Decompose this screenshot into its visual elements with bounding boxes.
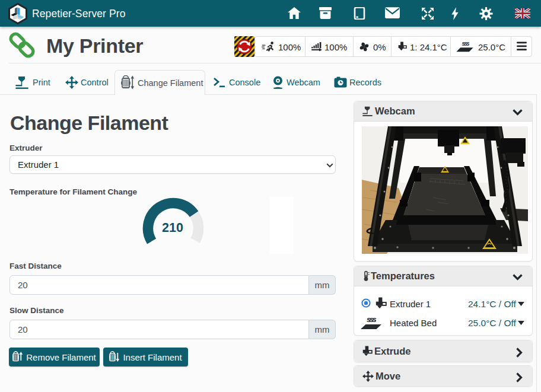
- svg-text:sss: sss: [367, 315, 376, 324]
- svg-text:sss: sss: [462, 40, 470, 47]
- svg-text:210: 210: [162, 221, 183, 235]
